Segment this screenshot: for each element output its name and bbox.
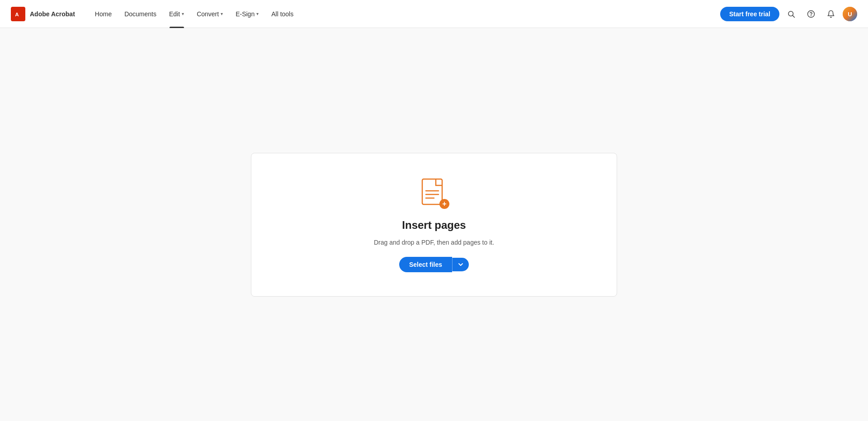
select-files-button[interactable]: Select files <box>399 257 452 272</box>
start-trial-button[interactable]: Start free trial <box>720 7 779 21</box>
select-files-dropdown-button[interactable] <box>452 258 469 271</box>
help-button[interactable] <box>803 6 819 22</box>
svg-text:A: A <box>15 11 19 17</box>
app-header: A Adobe Acrobat Home Documents Edit ▾ Co… <box>0 0 868 28</box>
help-icon <box>807 10 815 18</box>
search-icon <box>787 10 795 18</box>
insert-pages-subtitle: Drag and drop a PDF, then add pages to i… <box>374 239 494 246</box>
nav-documents[interactable]: Documents <box>119 0 162 28</box>
convert-chevron-icon: ▾ <box>221 11 223 16</box>
nav-all-tools[interactable]: All tools <box>266 0 299 28</box>
avatar-icon: U <box>843 7 857 21</box>
header-right-actions: Start free trial <box>720 6 857 22</box>
svg-line-3 <box>793 15 794 17</box>
nav-edit[interactable]: Edit ▾ <box>164 0 189 28</box>
notifications-button[interactable] <box>823 6 839 22</box>
bell-icon <box>827 10 835 18</box>
user-avatar[interactable]: U <box>843 7 857 21</box>
select-files-group: Select files <box>399 257 469 272</box>
svg-text:U: U <box>848 11 852 18</box>
nav-home[interactable]: Home <box>90 0 117 28</box>
nav-esign[interactable]: E-Sign ▾ <box>230 0 264 28</box>
search-button[interactable] <box>783 6 799 22</box>
main-nav: Home Documents Edit ▾ Convert ▾ E-Sign ▾… <box>90 0 720 28</box>
insert-icon-wrapper: + <box>418 177 450 210</box>
svg-rect-8 <box>422 179 442 204</box>
insert-pages-title: Insert pages <box>402 219 466 232</box>
logo-link[interactable]: A Adobe Acrobat <box>11 7 75 21</box>
esign-chevron-icon: ▾ <box>256 11 259 16</box>
edit-chevron-icon: ▾ <box>182 11 184 16</box>
nav-convert[interactable]: Convert ▾ <box>191 0 228 28</box>
chevron-down-icon <box>458 262 463 267</box>
main-content: + Insert pages Drag and drop a PDF, then… <box>0 28 868 421</box>
logo-icon: A <box>11 7 25 21</box>
svg-point-5 <box>811 15 811 16</box>
drop-zone[interactable]: + Insert pages Drag and drop a PDF, then… <box>251 153 617 297</box>
plus-badge: + <box>439 199 449 209</box>
app-name: Adobe Acrobat <box>30 10 75 18</box>
